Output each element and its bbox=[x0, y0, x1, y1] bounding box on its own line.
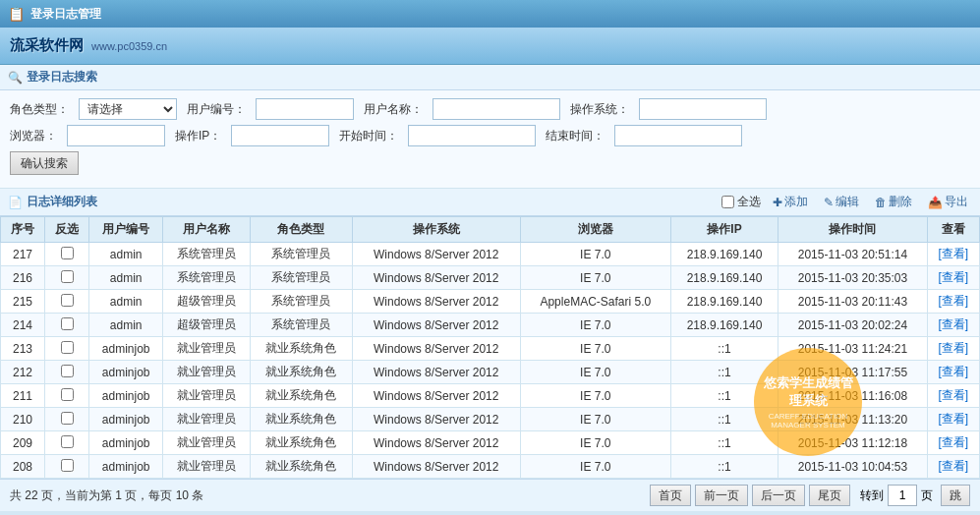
cell-time: 2015-11-03 20:35:03 bbox=[778, 266, 928, 290]
cell-browser: IE 7.0 bbox=[520, 384, 670, 408]
row-checkbox-3[interactable] bbox=[61, 317, 74, 330]
cell-time: 2015-11-03 20:11:43 bbox=[778, 290, 928, 314]
cell-username: 系统管理员 bbox=[163, 243, 251, 266]
cell-view[interactable]: [查看] bbox=[927, 408, 979, 431]
table-toolbar: 📄 日志详细列表 全选 ✚ 添加 ✎ 编辑 🗑 删除 📤 导出 bbox=[0, 189, 980, 216]
browser-input[interactable] bbox=[67, 125, 165, 146]
view-link-0[interactable]: [查看] bbox=[939, 247, 969, 260]
cell-ip: ::1 bbox=[670, 455, 778, 479]
cell-id: 209 bbox=[1, 431, 45, 455]
first-page-button[interactable]: 首页 bbox=[650, 485, 691, 506]
cell-checkbox[interactable] bbox=[45, 361, 89, 384]
title-icon: 📋 bbox=[8, 6, 25, 22]
form-row-3: 确认搜索 bbox=[10, 151, 970, 175]
last-page-button[interactable]: 尾页 bbox=[809, 485, 850, 506]
end-time-input[interactable] bbox=[614, 125, 742, 146]
add-button[interactable]: ✚ 添加 bbox=[769, 193, 812, 211]
search-button[interactable]: 确认搜索 bbox=[10, 151, 79, 175]
select-all-label[interactable]: 全选 bbox=[721, 194, 761, 210]
view-link-7[interactable]: [查看] bbox=[939, 412, 969, 426]
cell-browser: IE 7.0 bbox=[520, 243, 670, 266]
user-name-input[interactable] bbox=[432, 98, 560, 120]
ip-input[interactable] bbox=[231, 125, 329, 146]
table-row: 211 adminjob 就业管理员 就业系统角色 Windows 8/Serv… bbox=[1, 384, 980, 408]
table-toolbar-left: 📄 日志详细列表 bbox=[8, 194, 97, 210]
table-row: 215 admin 超级管理员 系统管理员 Windows 8/Server 2… bbox=[1, 290, 980, 314]
cell-view[interactable]: [查看] bbox=[927, 243, 979, 266]
next-page-button[interactable]: 后一页 bbox=[752, 485, 805, 506]
cell-roletype: 系统管理员 bbox=[251, 314, 353, 337]
select-all-text: 全选 bbox=[737, 194, 761, 210]
footer-nav: 首页 前一页 后一页 尾页 转到 页 跳 bbox=[650, 485, 970, 506]
cell-view[interactable]: [查看] bbox=[927, 361, 979, 384]
row-checkbox-4[interactable] bbox=[61, 341, 74, 354]
view-link-5[interactable]: [查看] bbox=[939, 365, 969, 378]
row-checkbox-0[interactable] bbox=[61, 247, 74, 259]
cell-checkbox[interactable] bbox=[45, 408, 89, 431]
cell-roletype: 系统管理员 bbox=[251, 243, 353, 266]
role-type-label: 角色类型： bbox=[10, 101, 69, 118]
cell-ip: ::1 bbox=[670, 384, 778, 408]
cell-username: 超级管理员 bbox=[163, 290, 251, 314]
view-link-2[interactable]: [查看] bbox=[939, 294, 969, 308]
view-link-3[interactable]: [查看] bbox=[939, 317, 969, 331]
row-checkbox-9[interactable] bbox=[61, 459, 74, 472]
cell-view[interactable]: [查看] bbox=[927, 337, 979, 361]
go-button[interactable]: 跳 bbox=[941, 485, 970, 506]
cell-checkbox[interactable] bbox=[45, 384, 89, 408]
title-text: 登录日志管理 bbox=[30, 6, 101, 23]
cell-checkbox[interactable] bbox=[45, 290, 89, 314]
select-all-checkbox[interactable] bbox=[721, 196, 734, 208]
cell-userid: adminjob bbox=[89, 408, 163, 431]
user-id-input[interactable] bbox=[256, 98, 354, 120]
cell-browser: IE 7.0 bbox=[520, 314, 670, 337]
cell-checkbox[interactable] bbox=[45, 243, 89, 266]
cell-ip: ::1 bbox=[670, 337, 778, 361]
row-checkbox-6[interactable] bbox=[61, 388, 74, 401]
cell-userid: admin bbox=[89, 290, 163, 314]
cell-id: 216 bbox=[1, 266, 45, 290]
cell-username: 系统管理员 bbox=[163, 266, 251, 290]
cell-os: Windows 8/Server 2012 bbox=[352, 337, 520, 361]
cell-id: 210 bbox=[1, 408, 45, 431]
view-link-6[interactable]: [查看] bbox=[939, 388, 969, 402]
cell-userid: adminjob bbox=[89, 337, 163, 361]
cell-view[interactable]: [查看] bbox=[927, 266, 979, 290]
cell-browser: AppleMAC-Safari 5.0 bbox=[520, 290, 670, 314]
edit-button[interactable]: ✎ 编辑 bbox=[820, 193, 863, 211]
cell-checkbox[interactable] bbox=[45, 431, 89, 455]
edit-label: 编辑 bbox=[836, 194, 859, 210]
view-link-1[interactable]: [查看] bbox=[939, 270, 969, 284]
view-link-9[interactable]: [查看] bbox=[939, 459, 969, 473]
table-row: 217 admin 系统管理员 系统管理员 Windows 8/Server 2… bbox=[1, 243, 980, 266]
start-time-input[interactable] bbox=[408, 125, 536, 146]
view-link-8[interactable]: [查看] bbox=[939, 435, 969, 449]
app-header: 流采软件网 www.pc0359.cn bbox=[0, 28, 980, 65]
cell-checkbox[interactable] bbox=[45, 337, 89, 361]
cell-checkbox[interactable] bbox=[45, 266, 89, 290]
cell-id: 208 bbox=[1, 455, 45, 479]
cell-view[interactable]: [查看] bbox=[927, 455, 979, 479]
cell-view[interactable]: [查看] bbox=[927, 290, 979, 314]
cell-view[interactable]: [查看] bbox=[927, 431, 979, 455]
role-type-select[interactable]: 请选择 系统管理员 超级管理员 就业管理员 bbox=[79, 98, 177, 120]
export-button[interactable]: 📤 导出 bbox=[924, 193, 972, 211]
cell-checkbox[interactable] bbox=[45, 314, 89, 337]
os-input[interactable] bbox=[639, 98, 767, 120]
view-link-4[interactable]: [查看] bbox=[939, 341, 969, 355]
row-checkbox-8[interactable] bbox=[61, 435, 74, 448]
cell-view[interactable]: [查看] bbox=[927, 314, 979, 337]
row-checkbox-2[interactable] bbox=[61, 294, 74, 307]
footer-bar: 共 22 页，当前为第 1 页，每页 10 条 首页 前一页 后一页 尾页 转到… bbox=[0, 479, 980, 511]
footer-info: 共 22 页，当前为第 1 页，每页 10 条 bbox=[10, 487, 203, 504]
cell-ip: ::1 bbox=[670, 431, 778, 455]
delete-button[interactable]: 🗑 删除 bbox=[871, 193, 916, 211]
cell-time: 2015-11-03 11:13:20 bbox=[778, 408, 928, 431]
row-checkbox-1[interactable] bbox=[61, 270, 74, 283]
page-input[interactable] bbox=[888, 485, 917, 506]
cell-checkbox[interactable] bbox=[45, 455, 89, 479]
row-checkbox-5[interactable] bbox=[61, 365, 74, 377]
prev-page-button[interactable]: 前一页 bbox=[695, 485, 748, 506]
cell-view[interactable]: [查看] bbox=[927, 384, 979, 408]
row-checkbox-7[interactable] bbox=[61, 412, 74, 425]
